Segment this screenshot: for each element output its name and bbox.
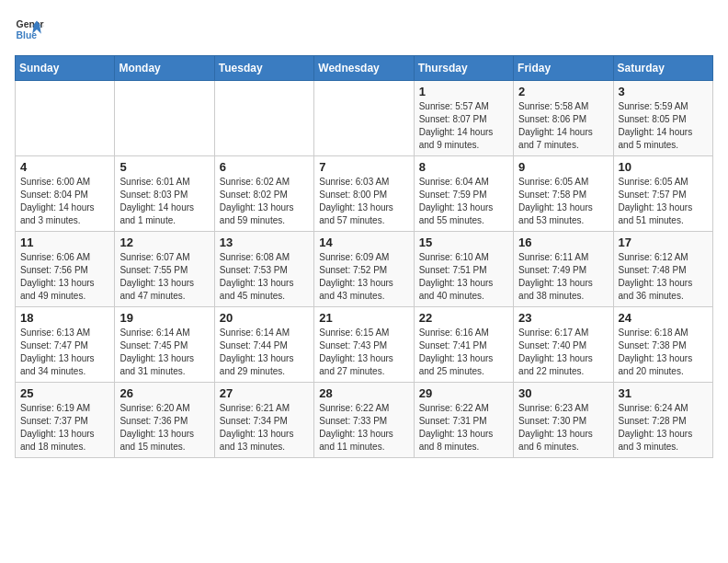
weekday-header-saturday: Saturday [613,56,712,81]
day-number: 17 [619,236,708,249]
day-info: Sunrise: 6:10 AM Sunset: 7:51 PM Dayligh… [419,251,508,303]
day-number: 26 [119,386,209,400]
day-number: 7 [319,160,408,174]
day-number: 24 [619,311,708,325]
day-number: 8 [419,160,508,174]
weekday-header-monday: Monday [115,56,214,81]
calendar-cell: 13Sunrise: 6:08 AM Sunset: 7:53 PM Dayli… [214,232,313,307]
day-number: 1 [419,85,508,98]
calendar-cell: 8Sunrise: 6:04 AM Sunset: 7:59 PM Daylig… [414,156,513,232]
calendar-cell: 4Sunrise: 6:00 AM Sunset: 8:04 PM Daylig… [16,156,115,232]
day-number: 23 [518,311,608,325]
calendar-cell: 27Sunrise: 6:21 AM Sunset: 7:34 PM Dayli… [214,383,313,458]
calendar-cell: 20Sunrise: 6:14 AM Sunset: 7:44 PM Dayli… [214,307,313,383]
calendar-cell: 5Sunrise: 6:01 AM Sunset: 8:03 PM Daylig… [115,156,214,232]
calendar-cell: 7Sunrise: 6:03 AM Sunset: 8:00 PM Daylig… [314,156,414,232]
calendar-week-3: 11Sunrise: 6:06 AM Sunset: 7:56 PM Dayli… [16,232,713,307]
day-number: 15 [419,236,508,249]
day-number: 9 [518,160,608,174]
calendar-cell: 12Sunrise: 6:07 AM Sunset: 7:55 PM Dayli… [115,232,214,307]
calendar-cell: 29Sunrise: 6:22 AM Sunset: 7:31 PM Dayli… [414,383,513,458]
day-info: Sunrise: 6:18 AM Sunset: 7:38 PM Dayligh… [619,327,708,378]
day-number: 20 [220,311,309,325]
day-info: Sunrise: 5:57 AM Sunset: 8:07 PM Dayligh… [419,100,508,152]
day-number: 14 [319,236,408,249]
calendar-cell: 26Sunrise: 6:20 AM Sunset: 7:36 PM Dayli… [115,383,214,458]
day-info: Sunrise: 5:58 AM Sunset: 8:06 PM Dayligh… [518,100,608,152]
calendar-cell: 18Sunrise: 6:13 AM Sunset: 7:47 PM Dayli… [16,307,115,383]
calendar-cell [16,81,115,156]
calendar-cell: 11Sunrise: 6:06 AM Sunset: 7:56 PM Dayli… [16,232,115,307]
calendar-cell [214,81,313,156]
day-number: 13 [220,236,309,249]
calendar-cell [115,81,214,156]
day-info: Sunrise: 6:13 AM Sunset: 7:47 PM Dayligh… [20,327,109,378]
day-info: Sunrise: 6:14 AM Sunset: 7:45 PM Dayligh… [119,327,209,378]
day-info: Sunrise: 6:19 AM Sunset: 7:37 PM Dayligh… [20,402,109,454]
calendar-cell [314,81,414,156]
day-info: Sunrise: 6:03 AM Sunset: 8:00 PM Dayligh… [319,176,408,227]
calendar-cell: 19Sunrise: 6:14 AM Sunset: 7:45 PM Dayli… [115,307,214,383]
day-info: Sunrise: 6:15 AM Sunset: 7:43 PM Dayligh… [319,327,408,378]
calendar-cell: 25Sunrise: 6:19 AM Sunset: 7:37 PM Dayli… [16,383,115,458]
day-info: Sunrise: 6:16 AM Sunset: 7:41 PM Dayligh… [419,327,508,378]
weekday-header-tuesday: Tuesday [214,56,313,81]
day-number: 30 [518,386,608,400]
day-number: 16 [518,236,608,249]
calendar-week-4: 18Sunrise: 6:13 AM Sunset: 7:47 PM Dayli… [16,307,713,383]
calendar-cell: 17Sunrise: 6:12 AM Sunset: 7:48 PM Dayli… [613,232,712,307]
day-info: Sunrise: 6:22 AM Sunset: 7:33 PM Dayligh… [319,402,408,454]
day-number: 4 [20,160,109,174]
weekday-header-row: SundayMondayTuesdayWednesdayThursdayFrid… [16,56,713,81]
calendar-cell: 1Sunrise: 5:57 AM Sunset: 8:07 PM Daylig… [414,81,513,156]
calendar-week-2: 4Sunrise: 6:00 AM Sunset: 8:04 PM Daylig… [16,156,713,232]
calendar-table: SundayMondayTuesdayWednesdayThursdayFrid… [15,55,713,458]
day-info: Sunrise: 6:01 AM Sunset: 8:03 PM Dayligh… [119,176,209,227]
calendar-cell: 2Sunrise: 5:58 AM Sunset: 8:06 PM Daylig… [514,81,613,156]
day-info: Sunrise: 6:06 AM Sunset: 7:56 PM Dayligh… [20,251,109,303]
day-info: Sunrise: 6:20 AM Sunset: 7:36 PM Dayligh… [119,402,209,454]
day-number: 10 [619,160,708,174]
day-info: Sunrise: 6:24 AM Sunset: 7:28 PM Dayligh… [619,402,708,454]
weekday-header-wednesday: Wednesday [314,56,414,81]
weekday-header-thursday: Thursday [414,56,513,81]
day-number: 28 [319,386,408,400]
weekday-header-friday: Friday [514,56,613,81]
calendar-cell: 30Sunrise: 6:23 AM Sunset: 7:30 PM Dayli… [514,383,613,458]
day-number: 21 [319,311,408,325]
calendar-cell: 24Sunrise: 6:18 AM Sunset: 7:38 PM Dayli… [613,307,712,383]
day-number: 3 [619,85,708,98]
calendar-cell: 6Sunrise: 6:02 AM Sunset: 8:02 PM Daylig… [214,156,313,232]
day-info: Sunrise: 6:00 AM Sunset: 8:04 PM Dayligh… [20,176,109,227]
day-info: Sunrise: 5:59 AM Sunset: 8:05 PM Dayligh… [619,100,708,152]
day-info: Sunrise: 6:17 AM Sunset: 7:40 PM Dayligh… [518,327,608,378]
page-header: General Blue [15,15,713,44]
day-info: Sunrise: 6:23 AM Sunset: 7:30 PM Dayligh… [518,402,608,454]
day-info: Sunrise: 6:12 AM Sunset: 7:48 PM Dayligh… [619,251,708,303]
day-number: 2 [518,85,608,98]
day-info: Sunrise: 6:05 AM Sunset: 7:57 PM Dayligh… [619,176,708,227]
day-number: 5 [119,160,209,174]
day-number: 18 [20,311,109,325]
logo: General Blue [15,15,44,44]
calendar-week-1: 1Sunrise: 5:57 AM Sunset: 8:07 PM Daylig… [16,81,713,156]
day-info: Sunrise: 6:08 AM Sunset: 7:53 PM Dayligh… [220,251,309,303]
day-number: 22 [419,311,508,325]
calendar-week-5: 25Sunrise: 6:19 AM Sunset: 7:37 PM Dayli… [16,383,713,458]
day-info: Sunrise: 6:09 AM Sunset: 7:52 PM Dayligh… [319,251,408,303]
day-info: Sunrise: 6:04 AM Sunset: 7:59 PM Dayligh… [419,176,508,227]
calendar-cell: 22Sunrise: 6:16 AM Sunset: 7:41 PM Dayli… [414,307,513,383]
day-info: Sunrise: 6:14 AM Sunset: 7:44 PM Dayligh… [220,327,309,378]
calendar-cell: 9Sunrise: 6:05 AM Sunset: 7:58 PM Daylig… [514,156,613,232]
day-info: Sunrise: 6:11 AM Sunset: 7:49 PM Dayligh… [518,251,608,303]
day-number: 27 [220,386,309,400]
day-info: Sunrise: 6:21 AM Sunset: 7:34 PM Dayligh… [220,402,309,454]
calendar-cell: 10Sunrise: 6:05 AM Sunset: 7:57 PM Dayli… [613,156,712,232]
calendar-cell: 28Sunrise: 6:22 AM Sunset: 7:33 PM Dayli… [314,383,414,458]
weekday-header-sunday: Sunday [16,56,115,81]
calendar-cell: 14Sunrise: 6:09 AM Sunset: 7:52 PM Dayli… [314,232,414,307]
day-number: 31 [619,386,708,400]
calendar-cell: 31Sunrise: 6:24 AM Sunset: 7:28 PM Dayli… [613,383,712,458]
calendar-cell: 15Sunrise: 6:10 AM Sunset: 7:51 PM Dayli… [414,232,513,307]
calendar-cell: 3Sunrise: 5:59 AM Sunset: 8:05 PM Daylig… [613,81,712,156]
